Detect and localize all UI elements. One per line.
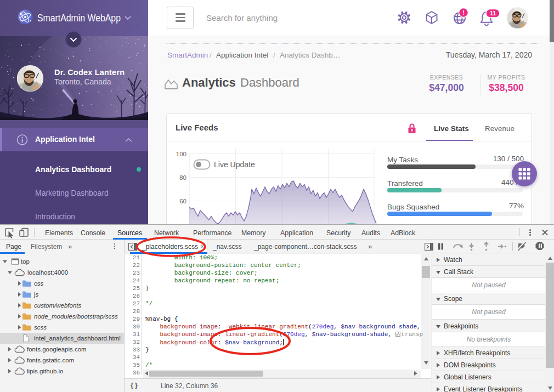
svg-text:top: top: [21, 258, 30, 265]
svg-text:!: !: [462, 9, 465, 16]
svg-text:fonts.gstatic.com: fonts.gstatic.com: [27, 357, 74, 363]
svg-text:60: 60: [179, 198, 186, 204]
svg-text:80: 80: [179, 174, 186, 181]
svg-text:11: 11: [490, 10, 496, 16]
svg-text:lipis.github.io: lipis.github.io: [27, 368, 63, 374]
svg-text:100: 100: [176, 151, 186, 157]
svg-text:css: css: [34, 280, 44, 287]
svg-text:SmartAdmin WebApp: SmartAdmin WebApp: [37, 13, 121, 24]
svg-text:scss: scss: [34, 324, 47, 331]
svg-text:Live Update: Live Update: [214, 160, 255, 169]
svg-text:fonts.googleapis.com: fonts.googleapis.com: [27, 346, 87, 353]
svg-text:localhost:4000: localhost:4000: [27, 269, 68, 276]
svg-text:intel_analytics_dashboard.html: intel_analytics_dashboard.html: [34, 335, 121, 342]
svg-text:js: js: [33, 291, 39, 298]
svg-text:node_modules/bootstrap/scss: node_modules/bootstrap/scss: [34, 313, 118, 320]
svg-text:custom/webfonts: custom/webfonts: [34, 302, 82, 309]
